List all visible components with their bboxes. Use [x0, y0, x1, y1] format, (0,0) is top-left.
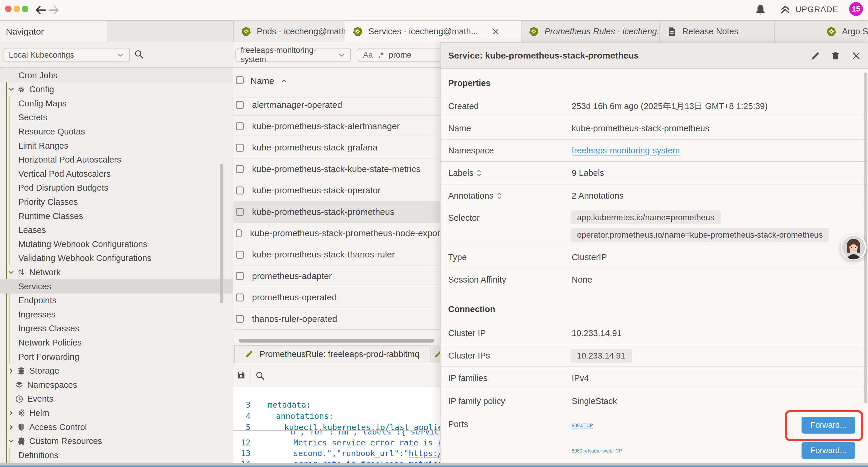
- sidebar-item-resource-quotas[interactable]: Resource Quotas: [0, 124, 234, 139]
- sidebar-item-access-control[interactable]: Access Control: [0, 420, 234, 434]
- table-row-kube-prometheus-stack-prometheus-node-expor[interactable]: kube-prometheus-stack-prometheus-node-ex…: [234, 223, 440, 244]
- editor-tab-prometheusrule[interactable]: PrometheusRule: freeleaps-prod-rabbitmq: [234, 345, 430, 363]
- name-column-header[interactable]: Name: [251, 76, 288, 86]
- table-row-kube-prometheus-stack-grafana[interactable]: kube-prometheus-stack-grafana: [234, 137, 440, 158]
- sidebar-item-helm[interactable]: Helm: [0, 406, 234, 420]
- sidebar-item-leases[interactable]: Leases: [0, 223, 234, 237]
- match-case-toggle[interactable]: Aa: [363, 51, 373, 60]
- tab-pods-icecheng-mathmas[interactable]: Pods - icecheng@mathmas...: [234, 21, 345, 42]
- sidebar-item-namespaces[interactable]: Namespaces: [0, 378, 234, 392]
- sidebar-item-port-forwarding[interactable]: Port Forwarding: [0, 350, 234, 364]
- back-arrow-icon[interactable]: [34, 4, 47, 16]
- sidebar-item-services[interactable]: Services: [0, 279, 234, 293]
- table-row-kube-prometheus-stack-thanos-ruler[interactable]: kube-prometheus-stack-thanos-ruler: [234, 244, 440, 265]
- tab-close-icon[interactable]: [492, 28, 500, 36]
- sidebar-item-secrets[interactable]: Secrets: [0, 111, 234, 125]
- row-checkbox[interactable]: [236, 251, 244, 259]
- table-row-prometheus-operated[interactable]: prometheus-operated: [234, 287, 440, 308]
- editor-tab-next-pencil-icon[interactable]: [434, 350, 440, 358]
- regex-toggle[interactable]: .*: [378, 51, 383, 60]
- detail-row-label: Cluster IPs: [448, 344, 490, 367]
- sidebar-search-icon[interactable]: [133, 49, 144, 59]
- filter-input[interactable]: Aa .* prome: [358, 48, 440, 62]
- tab-argo-se[interactable]: Argo Se: [819, 21, 868, 42]
- sidebar-item-vertical-pod-autoscalers[interactable]: Vertical Pod Autoscalers: [0, 167, 234, 181]
- upgrade-button[interactable]: UPGRADE: [779, 4, 838, 16]
- sidebar-item-ingress-classes[interactable]: Ingress Classes: [0, 322, 234, 336]
- namespace-select[interactable]: freeleaps-monitoring-system: [236, 48, 351, 62]
- row-checkbox[interactable]: [236, 144, 244, 152]
- sidebar-item-network[interactable]: Network: [0, 265, 234, 279]
- yaml-editor[interactable]: 3metadata:4annotations:5kubectl.kubernet…: [234, 387, 440, 463]
- table-row-thanos-ruler-operated[interactable]: thanos-ruler-operated: [234, 308, 440, 329]
- sidebar-item-storage[interactable]: Storage: [0, 364, 234, 378]
- detail-row-value: 253d 16h 6m ago (2025年1月13日 GMT+8 1:25:3…: [572, 95, 768, 117]
- table-row-alertmanager-operated[interactable]: alertmanager-operated: [234, 94, 440, 116]
- tab-navigator[interactable]: Navigator: [0, 21, 107, 42]
- chevron-right-icon: [7, 423, 15, 431]
- row-checkbox[interactable]: [236, 272, 244, 280]
- sidebar-scrollbar[interactable]: [220, 164, 223, 303]
- yaml-line: 13second.","runbook_url":"https://net: [236, 449, 251, 458]
- detail-row-value: 10.233.14.91: [572, 322, 622, 344]
- table-row-kube-prometheus-stack-kube-state-metrics[interactable]: kube-prometheus-stack-kube-state-metrics: [234, 158, 440, 180]
- sidebar-item-endpoints[interactable]: Endpoints: [0, 293, 234, 308]
- row-checkbox[interactable]: [236, 122, 244, 130]
- line-number: 13: [236, 449, 251, 458]
- sidebar-item-validating-webhook-configurations[interactable]: Validating Webhook Configurations: [0, 251, 234, 265]
- chevron-right-icon: [7, 409, 15, 417]
- sidebar-item-label: Network: [29, 267, 61, 277]
- sidebar-item-label: Storage: [29, 366, 59, 376]
- horizontal-scrollbar[interactable]: [239, 339, 434, 343]
- sidebar-item-definitions[interactable]: Definitions: [0, 448, 234, 462]
- row-checkbox[interactable]: [236, 208, 244, 216]
- editor-search-icon[interactable]: [255, 370, 265, 381]
- window-close-dot[interactable]: [5, 6, 11, 12]
- edit-pencil-icon[interactable]: [810, 51, 820, 61]
- sidebar-item-horizontal-pod-autoscalers[interactable]: Horizontal Pod Autoscalers: [0, 153, 234, 167]
- sidebar-item-priority-classes[interactable]: Priority Classes: [0, 195, 234, 209]
- row-checkbox[interactable]: [236, 165, 244, 173]
- close-icon[interactable]: [851, 51, 861, 61]
- sidebar-item-network-policies[interactable]: Network Policies: [0, 335, 234, 350]
- window-minimize-dot[interactable]: [13, 6, 20, 12]
- sidebar-item-mutating-webhook-configurations[interactable]: Mutating Webhook Configurations: [0, 237, 234, 251]
- row-checkbox[interactable]: [236, 101, 244, 109]
- sidebar-item-events[interactable]: Events: [0, 392, 234, 406]
- sidebar-item-ingresses[interactable]: Ingresses: [0, 308, 234, 322]
- detail-row-value: SingleStack: [572, 389, 617, 413]
- row-checkbox[interactable]: [236, 186, 244, 195]
- assistant-avatar[interactable]: [840, 234, 867, 260]
- tab-prometheus-rules-icecheng[interactable]: Prometheus Rules - icecheng...: [522, 21, 660, 42]
- sidebar-item-config[interactable]: Config: [0, 83, 234, 97]
- row-checkbox[interactable]: [236, 229, 242, 237]
- tab-label: Pods - icecheng@mathmas...: [257, 27, 345, 36]
- tab-release-notes[interactable]: Release Notes: [660, 21, 775, 42]
- save-icon[interactable]: [236, 370, 246, 380]
- yaml-url-link[interactable]: https://net: [409, 449, 440, 458]
- table-row-kube-prometheus-stack-operator[interactable]: kube-prometheus-stack-operator: [234, 180, 440, 201]
- port-link[interactable]: 8080:reloader-web/TCP: [572, 448, 622, 454]
- row-checkbox[interactable]: [236, 293, 244, 301]
- row-checkbox[interactable]: [236, 315, 244, 323]
- forward-arrow-icon[interactable]: [48, 4, 60, 16]
- forward-button[interactable]: Forward...: [802, 442, 855, 459]
- namespace-link[interactable]: freeleaps-monitoring-system: [572, 146, 680, 155]
- sidebar-item-runtime-classes[interactable]: Runtime Classes: [0, 209, 234, 223]
- sidebar-item-limit-ranges[interactable]: Limit Ranges: [0, 139, 234, 153]
- select-all-checkbox[interactable]: [236, 76, 244, 84]
- table-row-prometheus-adapter[interactable]: prometheus-adapter: [234, 265, 440, 287]
- port-link[interactable]: 9090/TCP: [572, 423, 593, 428]
- notification-badge[interactable]: 15: [849, 2, 863, 16]
- bell-icon[interactable]: [754, 3, 767, 16]
- sidebar-item-pod-disruption-budgets[interactable]: Pod Disruption Budgets: [0, 181, 234, 195]
- sidebar-item-cron-jobs[interactable]: Cron Jobs: [0, 68, 234, 83]
- delete-trash-icon[interactable]: [831, 51, 840, 61]
- kubeconfig-select[interactable]: Local Kubeconfigs: [4, 48, 130, 62]
- table-row-kube-prometheus-stack-alertmanager[interactable]: kube-prometheus-stack-alertmanager: [234, 116, 440, 137]
- window-zoom-dot[interactable]: [22, 6, 28, 12]
- table-row-kube-prometheus-stack-prometheus[interactable]: kube-prometheus-stack-prometheus: [234, 201, 440, 223]
- sidebar-item-config-maps[interactable]: Config Maps: [0, 96, 234, 111]
- sidebar-item-custom-resources[interactable]: Custom Resources: [0, 434, 234, 448]
- tab-services-icecheng-math[interactable]: Services - icecheng@math...: [345, 21, 522, 42]
